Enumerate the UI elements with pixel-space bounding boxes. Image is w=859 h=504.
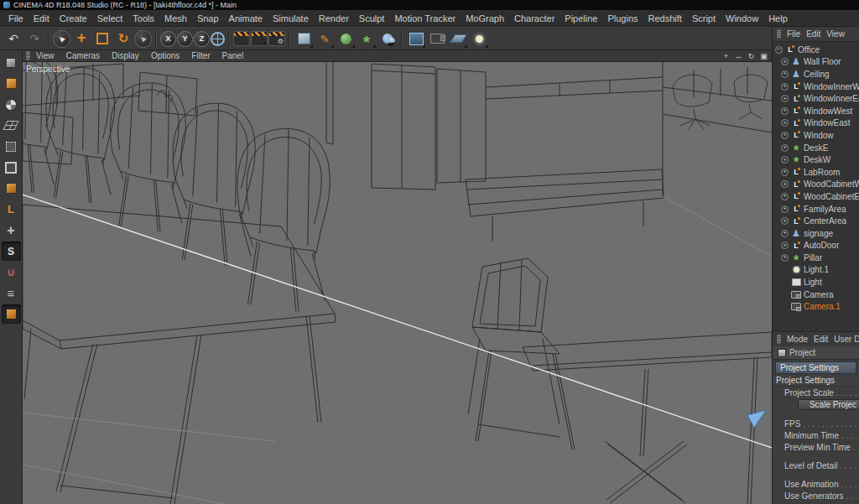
expand-icon[interactable] (781, 107, 789, 115)
vp-menu-display[interactable]: Display (106, 51, 145, 60)
tree-row[interactable]: FamilyArea (773, 203, 859, 216)
om-menu-file[interactable]: File (787, 29, 800, 39)
vp-menu-cameras[interactable]: Cameras (60, 51, 107, 60)
mode-dropdown[interactable]: Project Settings (775, 361, 856, 374)
make-editable-icon[interactable] (2, 53, 21, 72)
coordinate-system-icon[interactable] (211, 32, 225, 46)
spline-pen-icon[interactable] (315, 29, 335, 49)
expand-icon[interactable] (781, 132, 789, 139)
viewport-canvas[interactable] (23, 62, 772, 504)
tree-row[interactable]: Ceiling (773, 68, 859, 81)
camera-label[interactable]: Perspective (26, 65, 70, 74)
vp-menu-filter[interactable]: Filter (185, 51, 216, 60)
tree-row[interactable]: Light (773, 276, 859, 288)
snap-icon[interactable] (2, 242, 21, 261)
menu-help[interactable]: Help (763, 13, 793, 23)
menu-render[interactable]: Render (314, 13, 354, 23)
menu-redshift[interactable]: Redshift (643, 13, 687, 23)
expand-icon[interactable] (781, 156, 789, 164)
axis-modification-icon[interactable] (2, 221, 21, 240)
rotate-icon[interactable] (113, 29, 133, 49)
menu-select[interactable]: Select (92, 13, 128, 23)
om-menu-edit[interactable]: Edit (806, 29, 820, 39)
subdivision-surface-icon[interactable] (336, 29, 356, 49)
expand-icon[interactable] (781, 180, 789, 188)
am-menu-userdata[interactable]: User D (834, 335, 859, 344)
scale-icon[interactable] (92, 29, 112, 49)
redo-icon[interactable] (24, 29, 44, 49)
tree-row[interactable]: WoodCabinetE (773, 190, 859, 203)
menu-edit[interactable]: Edit (29, 13, 55, 23)
pan-icon[interactable]: + (721, 52, 731, 60)
maximize-view-icon[interactable]: ▣ (759, 52, 768, 60)
array-icon[interactable] (357, 29, 377, 49)
collapse-icon[interactable] (775, 46, 783, 54)
tree-row[interactable]: WindowWest (773, 105, 859, 117)
last-tool-icon[interactable] (134, 30, 152, 48)
vp-menu-view[interactable]: View (30, 51, 60, 60)
tree-row[interactable]: Pillar (773, 252, 859, 264)
panel-grip[interactable] (777, 335, 781, 344)
am-menu-mode[interactable]: Mode (787, 335, 808, 344)
environment-icon[interactable] (406, 29, 426, 49)
menu-mesh[interactable]: Mesh (159, 13, 192, 23)
texture-mode-icon[interactable] (2, 95, 21, 114)
menu-window[interactable]: Window (721, 13, 763, 23)
y-axis-icon[interactable]: Y (177, 31, 193, 47)
undo-icon[interactable] (3, 29, 23, 49)
tree-row[interactable]: WindowEast (773, 117, 859, 130)
expand-icon[interactable] (781, 217, 789, 225)
primitive-cube-icon[interactable] (294, 29, 314, 49)
tree-row[interactable]: AutoDoor (773, 240, 859, 252)
panel-grip[interactable] (777, 29, 781, 39)
menu-tools[interactable]: Tools (128, 13, 159, 23)
expand-icon[interactable] (781, 144, 789, 152)
menu-sculpt[interactable]: Sculpt (354, 13, 390, 23)
menu-plugins[interactable]: Plugins (602, 13, 643, 23)
render-picture-viewer-icon[interactable] (251, 31, 268, 46)
expand-icon[interactable] (781, 230, 789, 237)
tree-row-selected[interactable]: Camera.1 (773, 300, 859, 313)
tree-row[interactable]: DeskE (773, 142, 859, 154)
tree-row[interactable]: Light.1 (773, 264, 859, 277)
tree-row[interactable]: LabRoom (773, 166, 859, 179)
model-mode-icon[interactable] (2, 74, 21, 93)
expand-icon[interactable] (781, 193, 789, 200)
om-menu-view[interactable]: View (826, 29, 845, 39)
expand-icon[interactable] (781, 254, 789, 262)
magnet-icon[interactable] (2, 262, 21, 282)
expand-icon[interactable] (781, 242, 789, 249)
menu-snap[interactable]: Snap (192, 13, 224, 23)
tree-row[interactable]: Wall Floor (773, 56, 859, 69)
tree-row[interactable]: WindowInnerWest (773, 81, 859, 93)
tree-row[interactable]: WoodCabinetW (773, 179, 859, 191)
axis-arrow[interactable] (747, 410, 766, 428)
floor-icon[interactable] (448, 29, 468, 49)
section-header[interactable]: Project Settings (773, 375, 859, 387)
isolate-view-icon[interactable] (2, 304, 21, 324)
layers-icon[interactable] (2, 283, 21, 303)
expand-icon[interactable] (781, 83, 789, 91)
tree-row[interactable]: signage (773, 227, 859, 240)
expand-icon[interactable] (781, 95, 789, 102)
metaball-icon[interactable] (377, 29, 398, 49)
vp-menu-panel[interactable]: Panel (216, 51, 250, 60)
vp-menu-options[interactable]: Options (145, 51, 185, 60)
polygons-mode-icon[interactable] (2, 179, 21, 198)
menu-pipeline[interactable]: Pipeline (560, 13, 602, 23)
light-object-icon[interactable] (469, 29, 489, 49)
workplane-mode-icon[interactable] (2, 116, 21, 135)
expand-icon[interactable] (781, 58, 789, 65)
expand-icon[interactable] (781, 169, 789, 176)
move-icon[interactable] (71, 29, 91, 49)
menu-animate[interactable]: Animate (224, 13, 268, 23)
menu-motion-tracker[interactable]: Motion Tracker (389, 13, 461, 23)
menu-mograph[interactable]: MoGraph (461, 13, 509, 23)
menu-script[interactable]: Script (687, 13, 721, 23)
menu-file[interactable]: File (3, 13, 29, 23)
tree-row[interactable]: Camera (773, 288, 859, 301)
am-menu-edit[interactable]: Edit (814, 335, 828, 344)
render-settings-icon[interactable] (268, 31, 285, 46)
menu-simulate[interactable]: Simulate (268, 13, 314, 23)
tree-row[interactable]: CenterArea (773, 215, 859, 227)
